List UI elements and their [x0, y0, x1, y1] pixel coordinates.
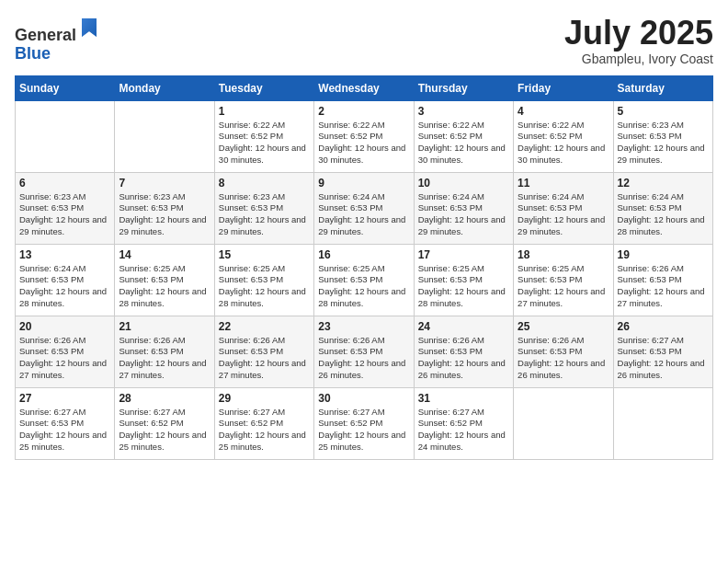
- calendar-cell: 10Sunrise: 6:24 AMSunset: 6:53 PMDayligh…: [414, 172, 513, 244]
- day-info: Sunrise: 6:27 AMSunset: 6:52 PMDaylight:…: [119, 407, 210, 454]
- calendar-week-4: 20Sunrise: 6:26 AMSunset: 6:53 PMDayligh…: [16, 316, 713, 387]
- calendar-table: SundayMondayTuesdayWednesdayThursdayFrid…: [15, 75, 713, 460]
- calendar-cell: 21Sunrise: 6:26 AMSunset: 6:53 PMDayligh…: [115, 316, 214, 387]
- calendar-cell: 22Sunrise: 6:26 AMSunset: 6:53 PMDayligh…: [214, 316, 313, 387]
- day-number: 15: [219, 248, 310, 261]
- calendar-week-1: 1Sunrise: 6:22 AMSunset: 6:52 PMDaylight…: [16, 100, 713, 172]
- day-header-thursday: Thursday: [414, 75, 513, 100]
- calendar-cell: 4Sunrise: 6:22 AMSunset: 6:52 PMDaylight…: [514, 100, 613, 172]
- day-info: Sunrise: 6:24 AMSunset: 6:53 PMDaylight:…: [518, 191, 609, 238]
- day-number: 1: [219, 105, 310, 118]
- day-header-sunday: Sunday: [16, 75, 115, 100]
- day-number: 16: [318, 248, 409, 261]
- calendar-cell: 18Sunrise: 6:25 AMSunset: 6:53 PMDayligh…: [514, 244, 613, 316]
- day-number: 9: [318, 177, 409, 190]
- calendar-cell: 29Sunrise: 6:27 AMSunset: 6:52 PMDayligh…: [214, 387, 313, 459]
- day-info: Sunrise: 6:23 AMSunset: 6:53 PMDaylight:…: [219, 191, 310, 238]
- calendar-cell: 5Sunrise: 6:23 AMSunset: 6:53 PMDaylight…: [613, 100, 712, 172]
- calendar-cell: 20Sunrise: 6:26 AMSunset: 6:53 PMDayligh…: [16, 316, 115, 387]
- day-number: 21: [119, 320, 210, 333]
- day-number: 26: [618, 320, 709, 333]
- logo: General Blue: [15, 15, 100, 63]
- day-info: Sunrise: 6:27 AMSunset: 6:52 PMDaylight:…: [219, 407, 310, 454]
- day-number: 7: [119, 177, 210, 190]
- day-info: Sunrise: 6:24 AMSunset: 6:53 PMDaylight:…: [418, 191, 509, 238]
- day-number: 13: [19, 248, 110, 261]
- day-info: Sunrise: 6:22 AMSunset: 6:52 PMDaylight:…: [518, 120, 609, 167]
- day-info: Sunrise: 6:24 AMSunset: 6:53 PMDaylight:…: [618, 191, 709, 238]
- day-number: 22: [219, 320, 310, 333]
- calendar-cell: 12Sunrise: 6:24 AMSunset: 6:53 PMDayligh…: [613, 172, 712, 244]
- calendar-cell: [16, 100, 115, 172]
- day-info: Sunrise: 6:26 AMSunset: 6:53 PMDaylight:…: [418, 335, 509, 382]
- day-info: Sunrise: 6:23 AMSunset: 6:53 PMDaylight:…: [119, 191, 210, 238]
- day-header-tuesday: Tuesday: [214, 75, 313, 100]
- calendar-week-5: 27Sunrise: 6:27 AMSunset: 6:53 PMDayligh…: [16, 387, 713, 459]
- day-info: Sunrise: 6:25 AMSunset: 6:53 PMDaylight:…: [119, 263, 210, 310]
- day-info: Sunrise: 6:26 AMSunset: 6:53 PMDaylight:…: [19, 335, 110, 382]
- day-info: Sunrise: 6:25 AMSunset: 6:53 PMDaylight:…: [318, 263, 409, 310]
- day-info: Sunrise: 6:26 AMSunset: 6:53 PMDaylight:…: [119, 335, 210, 382]
- calendar-week-2: 6Sunrise: 6:23 AMSunset: 6:53 PMDaylight…: [16, 172, 713, 244]
- calendar-cell: [613, 387, 712, 459]
- calendar-cell: 25Sunrise: 6:26 AMSunset: 6:53 PMDayligh…: [514, 316, 613, 387]
- day-info: Sunrise: 6:25 AMSunset: 6:53 PMDaylight:…: [418, 263, 509, 310]
- day-info: Sunrise: 6:26 AMSunset: 6:53 PMDaylight:…: [318, 335, 409, 382]
- day-number: 20: [19, 320, 110, 333]
- day-info: Sunrise: 6:24 AMSunset: 6:53 PMDaylight:…: [19, 263, 110, 310]
- day-info: Sunrise: 6:27 AMSunset: 6:52 PMDaylight:…: [318, 407, 409, 454]
- day-info: Sunrise: 6:26 AMSunset: 6:53 PMDaylight:…: [219, 335, 310, 382]
- calendar-cell: [115, 100, 214, 172]
- calendar-cell: 27Sunrise: 6:27 AMSunset: 6:53 PMDayligh…: [16, 387, 115, 459]
- day-number: 24: [418, 320, 509, 333]
- calendar-cell: 1Sunrise: 6:22 AMSunset: 6:52 PMDaylight…: [214, 100, 313, 172]
- month-title: July 2025: [564, 15, 713, 52]
- logo-icon: [78, 15, 100, 40]
- day-info: Sunrise: 6:26 AMSunset: 6:53 PMDaylight:…: [518, 335, 609, 382]
- day-info: Sunrise: 6:23 AMSunset: 6:53 PMDaylight:…: [19, 191, 110, 238]
- logo-general: General: [15, 26, 76, 44]
- day-header-saturday: Saturday: [613, 75, 712, 100]
- calendar-cell: 14Sunrise: 6:25 AMSunset: 6:53 PMDayligh…: [115, 244, 214, 316]
- day-number: 2: [318, 105, 409, 118]
- day-info: Sunrise: 6:25 AMSunset: 6:53 PMDaylight:…: [518, 263, 609, 310]
- title-block: July 2025 Gbampleu, Ivory Coast: [564, 15, 713, 66]
- day-header-wednesday: Wednesday: [314, 75, 414, 100]
- svg-marker-1: [82, 18, 97, 37]
- day-header-friday: Friday: [514, 75, 613, 100]
- day-number: 3: [418, 105, 509, 118]
- location-title: Gbampleu, Ivory Coast: [564, 52, 713, 66]
- day-number: 25: [518, 320, 609, 333]
- calendar-cell: 6Sunrise: 6:23 AMSunset: 6:53 PMDaylight…: [16, 172, 115, 244]
- calendar-cell: 11Sunrise: 6:24 AMSunset: 6:53 PMDayligh…: [514, 172, 613, 244]
- calendar-cell: 17Sunrise: 6:25 AMSunset: 6:53 PMDayligh…: [414, 244, 513, 316]
- day-number: 6: [19, 177, 110, 190]
- day-info: Sunrise: 6:27 AMSunset: 6:52 PMDaylight:…: [418, 407, 509, 454]
- day-number: 31: [418, 392, 509, 405]
- day-info: Sunrise: 6:27 AMSunset: 6:53 PMDaylight:…: [618, 335, 709, 382]
- calendar-week-3: 13Sunrise: 6:24 AMSunset: 6:53 PMDayligh…: [16, 244, 713, 316]
- day-number: 19: [618, 248, 709, 261]
- day-info: Sunrise: 6:23 AMSunset: 6:53 PMDaylight:…: [618, 120, 709, 167]
- day-number: 10: [418, 177, 509, 190]
- day-number: 11: [518, 177, 609, 190]
- day-header-monday: Monday: [115, 75, 214, 100]
- day-number: 23: [318, 320, 409, 333]
- calendar-cell: 7Sunrise: 6:23 AMSunset: 6:53 PMDaylight…: [115, 172, 214, 244]
- calendar-cell: [514, 387, 613, 459]
- logo-blue: Blue: [15, 44, 51, 63]
- day-info: Sunrise: 6:25 AMSunset: 6:53 PMDaylight:…: [219, 263, 310, 310]
- calendar-cell: 3Sunrise: 6:22 AMSunset: 6:52 PMDaylight…: [414, 100, 513, 172]
- day-number: 29: [219, 392, 310, 405]
- calendar-cell: 31Sunrise: 6:27 AMSunset: 6:52 PMDayligh…: [414, 387, 513, 459]
- calendar-cell: 15Sunrise: 6:25 AMSunset: 6:53 PMDayligh…: [214, 244, 313, 316]
- calendar-cell: 28Sunrise: 6:27 AMSunset: 6:52 PMDayligh…: [115, 387, 214, 459]
- calendar-cell: 24Sunrise: 6:26 AMSunset: 6:53 PMDayligh…: [414, 316, 513, 387]
- calendar-cell: 2Sunrise: 6:22 AMSunset: 6:52 PMDaylight…: [314, 100, 414, 172]
- day-info: Sunrise: 6:22 AMSunset: 6:52 PMDaylight:…: [418, 120, 509, 167]
- calendar-cell: 9Sunrise: 6:24 AMSunset: 6:53 PMDaylight…: [314, 172, 414, 244]
- day-number: 27: [19, 392, 110, 405]
- calendar-header-row: SundayMondayTuesdayWednesdayThursdayFrid…: [16, 75, 713, 100]
- day-number: 8: [219, 177, 310, 190]
- calendar-cell: 23Sunrise: 6:26 AMSunset: 6:53 PMDayligh…: [314, 316, 414, 387]
